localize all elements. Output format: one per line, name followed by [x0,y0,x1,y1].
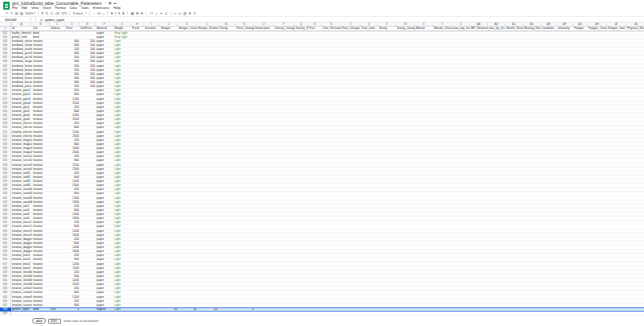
cell-A666[interactable]: treatise_survival1 [11,299,32,303]
cell-AD1[interactable]: Healing_Received [523,27,541,31]
cell-A620[interactable]: treatise_geo2 [11,109,32,113]
column-header-AG[interactable]: AG [573,23,588,26]
add-rows-count-input[interactable] [48,319,61,324]
cell-F633[interactable]: paper [96,163,114,167]
cell-F601[interactable]: paper [96,31,114,35]
cell-F629[interactable]: paper [96,146,114,150]
cell-X1[interactable]: Morale [415,27,433,31]
cell-F652[interactable]: paper [96,241,114,245]
cell-B614[interactable]: treatise [32,85,50,88]
currency-format-icon[interactable]: $ [41,11,43,15]
text-wrap-icon[interactable]: ↩ [160,11,163,15]
cell-B659[interactable]: treatise [32,270,50,274]
cell-F660[interactable]: paper [96,274,114,278]
cell-F606[interactable]: paper [96,52,114,55]
row-number-617[interactable]: 617 [0,97,11,101]
cell-A659[interactable]: treatise_shield1 [11,270,32,274]
row-number-646[interactable]: 646 [0,217,11,220]
menu-file[interactable]: File [12,6,18,10]
row-number-656[interactable]: 656 [0,258,11,261]
cell-B665[interactable]: treatise [32,295,50,299]
cell-A610[interactable]: lorebook_beauty [11,68,32,72]
cell-D629[interactable]: 1200 [65,146,80,150]
row-number-647[interactable]: 647 [0,221,11,224]
cell-D655[interactable]: 250 [65,254,80,257]
cell-D616[interactable]: 600 [65,93,80,96]
cell-F650[interactable]: paper [96,233,114,237]
row-number-668[interactable]: 668 [0,308,11,311]
cell-B611[interactable]: treatise [32,72,50,76]
add-rows-button[interactable]: Add [32,318,46,324]
cell-A657[interactable]: treatise_bow3 [11,262,32,266]
cell-I1[interactable]: Duration [144,27,160,31]
cell-B632[interactable]: treatise [32,159,50,162]
cell-G628[interactable]: Light [114,142,131,146]
cell-B637[interactable]: treatise [32,180,50,183]
cell-B625[interactable]: treatise [32,130,50,134]
cell-G642[interactable]: Light [114,200,131,204]
row-number-623[interactable]: 623 [0,122,11,125]
zoom-select[interactable]: 100%▾ [25,11,35,15]
cell-B650[interactable]: treatise [32,233,50,237]
row-number-659[interactable]: 659 [0,270,11,274]
cell-F649[interactable]: paper [96,229,114,233]
cell-G640[interactable]: Light [114,192,131,195]
cell-D641[interactable]: 1200 [65,196,80,200]
paint-format-icon[interactable]: ▨ [20,11,23,15]
cell-B618[interactable]: treatise [32,101,50,105]
row-number-652[interactable]: 652 [0,241,11,245]
column-header-C[interactable]: C [50,23,65,26]
cell-G604[interactable]: Light [114,43,131,47]
cell-G622[interactable]: Light [114,118,131,121]
row-number-602[interactable]: 602 [0,35,11,39]
cell-D625[interactable]: 1200 [65,130,80,134]
cell-F639[interactable]: paper [96,188,114,191]
cell-D648[interactable]: 600 [65,225,80,228]
cell-A621[interactable]: treatise_geo3 [11,113,32,117]
cell-J668[interactable]: 50 [160,308,178,311]
cell-B667[interactable]: treatise [32,303,50,307]
cell-G644[interactable]: Light [114,208,131,212]
cell-G668[interactable]: Light [114,308,131,311]
row-number-662[interactable]: 662 [0,283,11,286]
row-number-627[interactable]: 627 [0,138,11,142]
cell-A603[interactable]: lorebook_status [11,39,32,43]
row-number-654[interactable]: 654 [0,250,11,253]
cell-G618[interactable]: Light [114,101,131,105]
cell-M1[interactable]: Thirsty [218,27,235,31]
cell-G664[interactable]: Light [114,291,131,294]
cell-B664[interactable]: treatise [32,291,50,294]
cell-D608[interactable]: 500 [65,60,80,63]
text-rotate-icon[interactable]: ∠ [165,11,168,15]
cell-A656[interactable]: treatise_bow2 [11,258,32,261]
cell-B613[interactable]: treatise [32,80,50,84]
cell-F622[interactable]: paper [96,118,114,121]
cell-F632[interactable]: paper [96,159,114,162]
cell-D644[interactable]: 600 [65,208,80,212]
cell-B621[interactable]: treatise [32,113,50,117]
cell-F646[interactable]: paper [96,217,114,220]
undo-icon[interactable]: ↶ [6,11,8,15]
column-header-L[interactable]: L [197,23,218,26]
cell-G658[interactable]: Light [114,266,131,270]
column-header-Q[interactable]: Q [295,23,308,26]
cell-F641[interactable]: paper [96,196,114,200]
cell-A608[interactable]: lorebook_magic [11,60,32,63]
cell-G647[interactable]: Light [114,221,131,224]
cell-D638[interactable]: 2500 [65,184,80,187]
cell-A638[interactable]: treatise_staff4 [11,184,32,187]
column-header-U[interactable]: U [361,23,378,26]
cell-D666[interactable]: 250 [65,299,80,303]
cell-A602[interactable]: prison_note [11,35,32,39]
cell-G612[interactable]: Light [114,76,131,80]
cell-F602[interactable]: paper [96,35,114,39]
row-number-643[interactable]: 643 [0,204,11,208]
column-header-AF[interactable]: AF [557,23,573,26]
cell-B606[interactable]: treatise [32,52,50,55]
row-number-606[interactable]: 606 [0,52,11,55]
cell-F617[interactable]: paper [96,97,114,101]
row-number-612[interactable]: 612 [0,76,11,80]
cell-F630[interactable]: paper [96,151,114,154]
column-header-E[interactable]: E [80,23,96,26]
cell-G626[interactable]: Light [114,134,131,138]
